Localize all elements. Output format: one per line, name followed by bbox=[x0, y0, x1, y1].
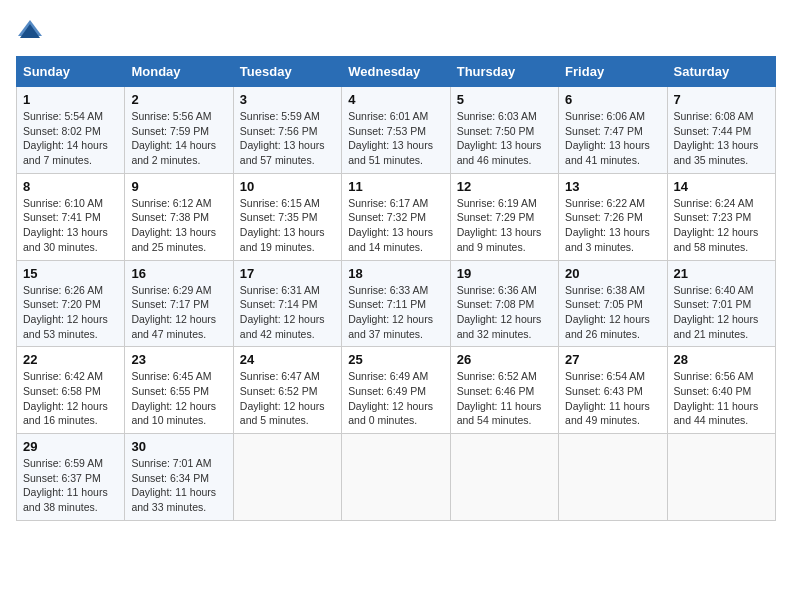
calendar-cell: 26Sunrise: 6:52 AMSunset: 6:46 PMDayligh… bbox=[450, 347, 558, 434]
calendar-cell: 11Sunrise: 6:17 AMSunset: 7:32 PMDayligh… bbox=[342, 173, 450, 260]
page-header bbox=[16, 16, 776, 44]
calendar-cell bbox=[559, 434, 667, 521]
day-number: 19 bbox=[457, 266, 552, 281]
day-number: 11 bbox=[348, 179, 443, 194]
day-info: Sunrise: 6:49 AMSunset: 6:49 PMDaylight:… bbox=[348, 369, 443, 428]
logo-icon bbox=[16, 16, 44, 44]
day-number: 15 bbox=[23, 266, 118, 281]
day-info: Sunrise: 5:54 AMSunset: 8:02 PMDaylight:… bbox=[23, 109, 118, 168]
calendar-cell: 28Sunrise: 6:56 AMSunset: 6:40 PMDayligh… bbox=[667, 347, 775, 434]
day-info: Sunrise: 5:56 AMSunset: 7:59 PMDaylight:… bbox=[131, 109, 226, 168]
day-info: Sunrise: 6:08 AMSunset: 7:44 PMDaylight:… bbox=[674, 109, 769, 168]
logo bbox=[16, 16, 48, 44]
day-number: 17 bbox=[240, 266, 335, 281]
weekday-header: Tuesday bbox=[233, 57, 341, 87]
calendar: SundayMondayTuesdayWednesdayThursdayFrid… bbox=[16, 56, 776, 521]
calendar-week-row: 29Sunrise: 6:59 AMSunset: 6:37 PMDayligh… bbox=[17, 434, 776, 521]
weekday-header: Saturday bbox=[667, 57, 775, 87]
day-info: Sunrise: 6:22 AMSunset: 7:26 PMDaylight:… bbox=[565, 196, 660, 255]
day-number: 18 bbox=[348, 266, 443, 281]
calendar-cell: 13Sunrise: 6:22 AMSunset: 7:26 PMDayligh… bbox=[559, 173, 667, 260]
day-info: Sunrise: 6:54 AMSunset: 6:43 PMDaylight:… bbox=[565, 369, 660, 428]
calendar-cell: 3Sunrise: 5:59 AMSunset: 7:56 PMDaylight… bbox=[233, 87, 341, 174]
day-info: Sunrise: 6:19 AMSunset: 7:29 PMDaylight:… bbox=[457, 196, 552, 255]
weekday-row: SundayMondayTuesdayWednesdayThursdayFrid… bbox=[17, 57, 776, 87]
calendar-cell: 5Sunrise: 6:03 AMSunset: 7:50 PMDaylight… bbox=[450, 87, 558, 174]
day-info: Sunrise: 6:45 AMSunset: 6:55 PMDaylight:… bbox=[131, 369, 226, 428]
calendar-cell: 18Sunrise: 6:33 AMSunset: 7:11 PMDayligh… bbox=[342, 260, 450, 347]
calendar-cell: 7Sunrise: 6:08 AMSunset: 7:44 PMDaylight… bbox=[667, 87, 775, 174]
weekday-header: Thursday bbox=[450, 57, 558, 87]
day-info: Sunrise: 6:36 AMSunset: 7:08 PMDaylight:… bbox=[457, 283, 552, 342]
weekday-header: Friday bbox=[559, 57, 667, 87]
calendar-header: SundayMondayTuesdayWednesdayThursdayFrid… bbox=[17, 57, 776, 87]
day-number: 3 bbox=[240, 92, 335, 107]
day-info: Sunrise: 6:26 AMSunset: 7:20 PMDaylight:… bbox=[23, 283, 118, 342]
day-number: 8 bbox=[23, 179, 118, 194]
calendar-cell: 27Sunrise: 6:54 AMSunset: 6:43 PMDayligh… bbox=[559, 347, 667, 434]
day-info: Sunrise: 6:33 AMSunset: 7:11 PMDaylight:… bbox=[348, 283, 443, 342]
day-info: Sunrise: 6:40 AMSunset: 7:01 PMDaylight:… bbox=[674, 283, 769, 342]
day-info: Sunrise: 6:10 AMSunset: 7:41 PMDaylight:… bbox=[23, 196, 118, 255]
calendar-cell bbox=[667, 434, 775, 521]
calendar-cell: 1Sunrise: 5:54 AMSunset: 8:02 PMDaylight… bbox=[17, 87, 125, 174]
calendar-body: 1Sunrise: 5:54 AMSunset: 8:02 PMDaylight… bbox=[17, 87, 776, 521]
day-number: 14 bbox=[674, 179, 769, 194]
day-info: Sunrise: 6:59 AMSunset: 6:37 PMDaylight:… bbox=[23, 456, 118, 515]
calendar-cell: 6Sunrise: 6:06 AMSunset: 7:47 PMDaylight… bbox=[559, 87, 667, 174]
calendar-cell: 15Sunrise: 6:26 AMSunset: 7:20 PMDayligh… bbox=[17, 260, 125, 347]
day-number: 23 bbox=[131, 352, 226, 367]
calendar-week-row: 8Sunrise: 6:10 AMSunset: 7:41 PMDaylight… bbox=[17, 173, 776, 260]
calendar-cell: 12Sunrise: 6:19 AMSunset: 7:29 PMDayligh… bbox=[450, 173, 558, 260]
day-info: Sunrise: 6:06 AMSunset: 7:47 PMDaylight:… bbox=[565, 109, 660, 168]
day-info: Sunrise: 5:59 AMSunset: 7:56 PMDaylight:… bbox=[240, 109, 335, 168]
day-info: Sunrise: 6:24 AMSunset: 7:23 PMDaylight:… bbox=[674, 196, 769, 255]
calendar-cell bbox=[233, 434, 341, 521]
day-number: 30 bbox=[131, 439, 226, 454]
calendar-cell: 4Sunrise: 6:01 AMSunset: 7:53 PMDaylight… bbox=[342, 87, 450, 174]
day-info: Sunrise: 6:42 AMSunset: 6:58 PMDaylight:… bbox=[23, 369, 118, 428]
calendar-cell: 17Sunrise: 6:31 AMSunset: 7:14 PMDayligh… bbox=[233, 260, 341, 347]
day-number: 25 bbox=[348, 352, 443, 367]
calendar-cell: 16Sunrise: 6:29 AMSunset: 7:17 PMDayligh… bbox=[125, 260, 233, 347]
day-number: 7 bbox=[674, 92, 769, 107]
day-number: 28 bbox=[674, 352, 769, 367]
day-number: 16 bbox=[131, 266, 226, 281]
day-number: 4 bbox=[348, 92, 443, 107]
day-info: Sunrise: 6:17 AMSunset: 7:32 PMDaylight:… bbox=[348, 196, 443, 255]
calendar-cell: 23Sunrise: 6:45 AMSunset: 6:55 PMDayligh… bbox=[125, 347, 233, 434]
day-info: Sunrise: 7:01 AMSunset: 6:34 PMDaylight:… bbox=[131, 456, 226, 515]
day-number: 13 bbox=[565, 179, 660, 194]
day-number: 26 bbox=[457, 352, 552, 367]
day-info: Sunrise: 6:15 AMSunset: 7:35 PMDaylight:… bbox=[240, 196, 335, 255]
calendar-cell: 14Sunrise: 6:24 AMSunset: 7:23 PMDayligh… bbox=[667, 173, 775, 260]
weekday-header: Sunday bbox=[17, 57, 125, 87]
calendar-cell bbox=[342, 434, 450, 521]
calendar-cell: 24Sunrise: 6:47 AMSunset: 6:52 PMDayligh… bbox=[233, 347, 341, 434]
day-number: 29 bbox=[23, 439, 118, 454]
day-number: 1 bbox=[23, 92, 118, 107]
calendar-cell: 21Sunrise: 6:40 AMSunset: 7:01 PMDayligh… bbox=[667, 260, 775, 347]
day-number: 5 bbox=[457, 92, 552, 107]
day-number: 10 bbox=[240, 179, 335, 194]
calendar-cell: 20Sunrise: 6:38 AMSunset: 7:05 PMDayligh… bbox=[559, 260, 667, 347]
calendar-cell: 10Sunrise: 6:15 AMSunset: 7:35 PMDayligh… bbox=[233, 173, 341, 260]
day-number: 9 bbox=[131, 179, 226, 194]
day-number: 12 bbox=[457, 179, 552, 194]
calendar-cell: 25Sunrise: 6:49 AMSunset: 6:49 PMDayligh… bbox=[342, 347, 450, 434]
day-info: Sunrise: 6:01 AMSunset: 7:53 PMDaylight:… bbox=[348, 109, 443, 168]
calendar-cell: 22Sunrise: 6:42 AMSunset: 6:58 PMDayligh… bbox=[17, 347, 125, 434]
calendar-cell: 9Sunrise: 6:12 AMSunset: 7:38 PMDaylight… bbox=[125, 173, 233, 260]
calendar-cell: 8Sunrise: 6:10 AMSunset: 7:41 PMDaylight… bbox=[17, 173, 125, 260]
day-number: 2 bbox=[131, 92, 226, 107]
day-number: 6 bbox=[565, 92, 660, 107]
day-number: 27 bbox=[565, 352, 660, 367]
day-info: Sunrise: 6:31 AMSunset: 7:14 PMDaylight:… bbox=[240, 283, 335, 342]
calendar-cell: 19Sunrise: 6:36 AMSunset: 7:08 PMDayligh… bbox=[450, 260, 558, 347]
calendar-cell: 2Sunrise: 5:56 AMSunset: 7:59 PMDaylight… bbox=[125, 87, 233, 174]
calendar-cell: 30Sunrise: 7:01 AMSunset: 6:34 PMDayligh… bbox=[125, 434, 233, 521]
weekday-header: Wednesday bbox=[342, 57, 450, 87]
calendar-week-row: 15Sunrise: 6:26 AMSunset: 7:20 PMDayligh… bbox=[17, 260, 776, 347]
day-number: 20 bbox=[565, 266, 660, 281]
day-info: Sunrise: 6:03 AMSunset: 7:50 PMDaylight:… bbox=[457, 109, 552, 168]
